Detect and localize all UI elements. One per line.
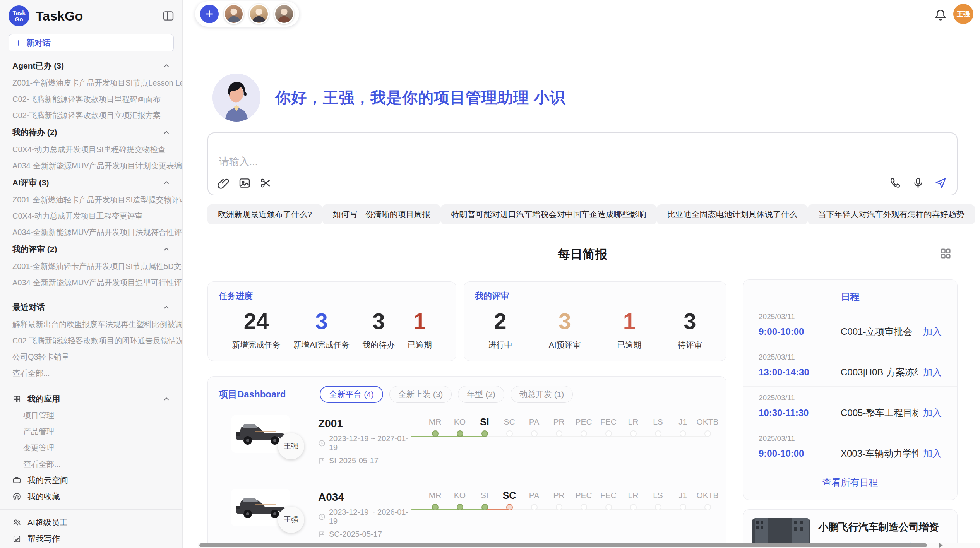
section-agent-done[interactable]: Agent已办 (3) bbox=[0, 57, 182, 75]
sidebar-item-cloud-space[interactable]: 我的云空间 bbox=[0, 472, 182, 488]
suggestion-chip[interactable]: 欧洲新规最近颁布了什么? bbox=[207, 204, 322, 224]
user-name: 王强 bbox=[957, 10, 970, 19]
notification-bell-icon[interactable] bbox=[934, 9, 947, 22]
my-review-card: 我的评审 2 进行中 3 AI预评审 1 已逾期 3 待评审 bbox=[464, 281, 726, 361]
favorites-star-icon bbox=[12, 492, 21, 501]
milestone-label: LR bbox=[621, 490, 646, 501]
sidebar-item-ai-employee[interactable]: AI超级员工 bbox=[0, 514, 182, 531]
project-row[interactable]: 王强 Z001 2023-12-19 ~ 2027-01-19 SI-2025-… bbox=[219, 415, 715, 476]
milestone-label: FEC bbox=[596, 490, 621, 501]
greeting-block: 你好，王强，我是你的项目管理助理 小识 bbox=[212, 74, 565, 122]
join-link[interactable]: 加入 bbox=[923, 447, 942, 460]
milestone-dot bbox=[531, 504, 538, 510]
list-item[interactable]: A034-全新新能源MUV产品开发项目造型可行性评审 bbox=[0, 274, 182, 291]
sidebar-item-change-mgmt[interactable]: 变更管理 bbox=[0, 440, 182, 456]
milestone-dot bbox=[704, 504, 711, 510]
chat-input-box[interactable]: 请输入... bbox=[207, 132, 958, 195]
view-all-chats[interactable]: 查看全部... bbox=[0, 365, 182, 381]
milestone-dot bbox=[457, 430, 463, 437]
microphone-icon[interactable] bbox=[912, 177, 924, 189]
list-item[interactable]: C0X4-动力总成开发项目工程变更评审 bbox=[0, 208, 182, 224]
ai-employee-label: AI超级员工 bbox=[27, 517, 68, 528]
list-item[interactable]: A034-全新新能源MUV产品开发项目计划变更表编写 bbox=[0, 158, 182, 174]
news-card[interactable]: 小鹏飞行汽车制造公司增资 天眼查 App 显示，近日广州汇天飞行汽... bbox=[743, 509, 958, 548]
card-title: 任务进度 bbox=[219, 290, 445, 302]
section-recent-chats[interactable]: 最近对话 bbox=[0, 298, 182, 316]
event-date: 2025/03/11 bbox=[759, 394, 942, 402]
filter-tab-new-body[interactable]: 全新上装 (3) bbox=[389, 386, 452, 403]
attachment-icon[interactable] bbox=[218, 177, 230, 189]
milestone: LS bbox=[646, 490, 670, 510]
section-ai-review[interactable]: AI评审 (3) bbox=[0, 174, 182, 192]
suggestion-chip[interactable]: 特朗普可能对进口汽车增税会对中国车企造成哪些影响 bbox=[441, 204, 657, 224]
avatar[interactable] bbox=[224, 4, 244, 24]
event-date: 2025/03/11 bbox=[759, 353, 942, 361]
avatar[interactable] bbox=[274, 4, 294, 24]
milestone: LR bbox=[621, 416, 646, 437]
collapse-sidebar-icon[interactable] bbox=[162, 10, 175, 22]
chevron-up-icon bbox=[162, 178, 171, 187]
milestone-dot bbox=[531, 430, 538, 437]
milestone-dot bbox=[506, 430, 513, 437]
milestone: PA bbox=[522, 416, 547, 437]
suggestion-chip[interactable]: 当下年轻人对汽车外观有怎样的喜好趋势 bbox=[808, 204, 975, 224]
list-item[interactable]: C02-飞腾新能源轻客改款项目里程碑画面布 bbox=[0, 91, 182, 107]
join-link[interactable]: 加入 bbox=[923, 407, 942, 419]
sidebar-item-favorites[interactable]: 我的收藏 bbox=[0, 488, 182, 505]
milestone-label: J1 bbox=[670, 416, 695, 428]
image-upload-icon[interactable] bbox=[238, 177, 251, 189]
list-item[interactable]: 公司Q3轻卡销量 bbox=[0, 349, 182, 365]
filter-tab-powertrain[interactable]: 动总开发 (1) bbox=[511, 386, 573, 403]
milestone: SC bbox=[497, 490, 522, 510]
layout-grid-icon[interactable] bbox=[939, 247, 952, 260]
milestone-dot bbox=[630, 504, 637, 510]
scissors-icon[interactable] bbox=[259, 177, 272, 189]
new-chat-button[interactable]: 新对话 bbox=[9, 34, 174, 51]
sidebar-item-my-apps[interactable]: 我的应用 bbox=[0, 391, 182, 407]
list-item[interactable]: 解释最新出台的欧盟报废车法规再生塑料比例被调至15%... bbox=[0, 316, 182, 332]
my-apps-label: 我的应用 bbox=[27, 394, 156, 404]
view-all-apps[interactable]: 查看全部... bbox=[0, 456, 182, 472]
scrollbar-thumb[interactable] bbox=[199, 543, 927, 547]
join-link[interactable]: 加入 bbox=[923, 366, 942, 378]
send-icon[interactable] bbox=[934, 177, 947, 189]
view-all-schedule-link[interactable]: 查看所有日程 bbox=[743, 468, 957, 497]
milestone-label: MR bbox=[423, 490, 447, 501]
divider bbox=[0, 386, 182, 386]
chevron-up-icon bbox=[162, 245, 171, 253]
list-item[interactable]: Z001-全新燃油轻卡产品开发项目SI造型提交物评审 bbox=[0, 192, 182, 208]
milestone: SI bbox=[472, 490, 497, 510]
sidebar-item-help-write[interactable]: 帮我写作 bbox=[0, 531, 182, 547]
milestone-dot bbox=[581, 504, 587, 510]
add-agent-button[interactable] bbox=[200, 5, 219, 23]
filter-tab-year-model[interactable]: 年型 (2) bbox=[458, 386, 504, 403]
sidebar-item-project-mgmt[interactable]: 项目管理 bbox=[0, 407, 182, 423]
user-avatar[interactable]: 王强 bbox=[953, 4, 973, 24]
list-item[interactable]: C02-飞腾新能源轻客改款项目的闭环通告反馈情况 bbox=[0, 332, 182, 349]
project-flag-milestone: SC-2025-05-17 bbox=[318, 530, 411, 539]
sidebar-item-product-mgmt[interactable]: 产品管理 bbox=[0, 423, 182, 440]
project-row[interactable]: 王强 A034 2023-12-19 ~ 2026-01-19 SC-2025-… bbox=[219, 489, 715, 548]
suggestion-chip[interactable]: 比亚迪全固态电池计划具体说了什么 bbox=[657, 204, 808, 224]
suggestion-chip[interactable]: 如何写一份清晰的项目周报 bbox=[322, 204, 441, 224]
milestone: PA bbox=[522, 490, 547, 510]
list-item[interactable]: Z001-全新燃油轻卡产品开发项目SI节点属性5D文件评审 bbox=[0, 258, 182, 274]
scrollbar-right-arrow[interactable] bbox=[939, 543, 943, 548]
list-item[interactable]: C0X4-动力总成开发项目SI里程碑提交物检查 bbox=[0, 141, 182, 158]
list-item[interactable]: C02-飞腾新能源轻客改款项目立项汇报方案 bbox=[0, 107, 182, 123]
filter-tab-new-platform[interactable]: 全新平台 (4) bbox=[320, 386, 383, 403]
section-my-todos[interactable]: 我的待办 (2) bbox=[0, 123, 182, 141]
list-item[interactable]: Z001-全新燃油皮卡产品开发项目SI节点Lesson Learn报告 bbox=[0, 75, 182, 91]
avatar[interactable] bbox=[249, 4, 269, 24]
sidebar-header: Task Go TaskGo bbox=[0, 0, 182, 30]
join-link[interactable]: 加入 bbox=[923, 325, 942, 338]
milestone-track: MRKOSISCPAPRPECFECLRLSJ1OKTB bbox=[411, 416, 720, 453]
section-my-review[interactable]: 我的评审 (2) bbox=[0, 240, 182, 258]
voice-call-icon[interactable] bbox=[889, 177, 902, 189]
new-chat-label: 新对话 bbox=[26, 38, 51, 48]
milestone-dot bbox=[605, 504, 612, 510]
list-item[interactable]: A034-全新新能源MUV产品开发项目法规符合性评审 bbox=[0, 224, 182, 240]
section-title: 我的待办 (2) bbox=[12, 127, 57, 138]
event-date: 2025/03/11 bbox=[759, 434, 942, 443]
milestone-label: SI bbox=[472, 416, 497, 428]
